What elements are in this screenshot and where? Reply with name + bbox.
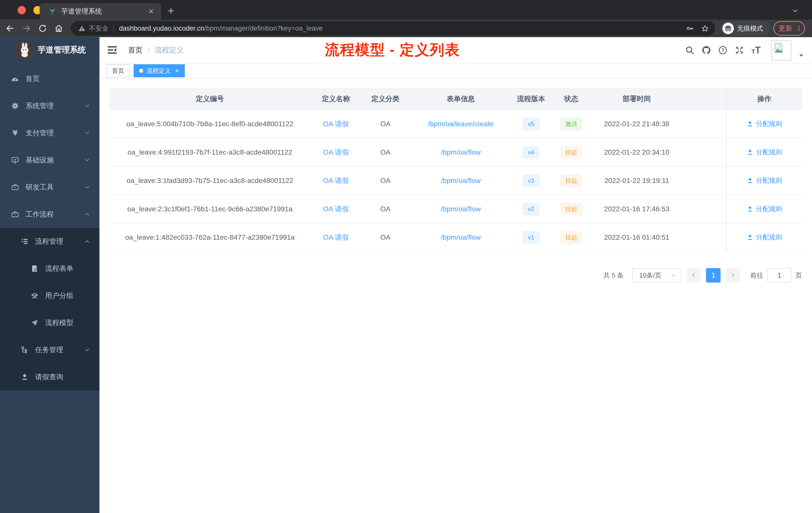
user-icon <box>747 149 754 156</box>
sidebar-item-支付管理[interactable]: ¥支付管理 <box>0 119 99 147</box>
back-icon[interactable] <box>5 24 14 33</box>
assign-rule-button[interactable]: 分配规则 <box>747 148 782 157</box>
cell-form-link[interactable]: /bpm/oa/flow <box>409 167 512 194</box>
tag-close-icon[interactable] <box>175 68 179 73</box>
current-page-button[interactable]: 1 <box>706 268 721 282</box>
sidebar-item-首页[interactable]: 首页 <box>0 65 99 92</box>
cell-form-link[interactable]: /bpm/oa/flow <box>409 138 512 166</box>
sidebar-logo-row[interactable]: 芋道管理系统 <box>0 37 99 65</box>
avatar[interactable] <box>771 40 791 60</box>
omnibox-divider <box>114 24 114 32</box>
tab-search-chevron-icon[interactable] <box>791 7 799 14</box>
table-body: oa_leave:5:004b710b-7b8a-11ec-8ef0-acde4… <box>110 110 802 252</box>
navbar-icons: ?TT <box>685 37 761 63</box>
cell-deploy-time: 2022-01-16 01:40:51 <box>592 223 726 251</box>
assign-rule-button[interactable]: 分配规则 <box>747 119 782 128</box>
status-badge: 挂起 <box>561 203 582 215</box>
user-icon <box>747 177 754 184</box>
browser-menu-icon[interactable] <box>796 25 802 32</box>
browser-tab[interactable]: 芋道管理系统 <box>40 3 161 20</box>
app-title: 芋道管理系统 <box>38 37 86 62</box>
assign-rule-button[interactable]: 分配规则 <box>747 176 782 185</box>
browser-toolbar: 不安全 dashboard.yudao.iocoder.cn /bpm/mana… <box>0 20 812 37</box>
cell-actions: 分配规则 <box>726 110 802 138</box>
form-icon <box>31 265 40 273</box>
tag-流程定义[interactable]: 流程定义 <box>134 64 185 77</box>
sidebar-item-基础设施[interactable]: 基础设施 <box>0 147 99 174</box>
tag-首页[interactable]: 首页 <box>107 64 129 77</box>
address-bar[interactable]: 不安全 dashboard.yudao.iocoder.cn /bpm/mana… <box>71 21 715 36</box>
pagination-total: 共 5 条 <box>603 271 624 280</box>
column-header-操作: 操作 <box>726 88 802 110</box>
sidebar-item-label: 用户分组 <box>45 291 73 300</box>
tab-close-icon[interactable] <box>148 8 154 14</box>
main-area: 首页 / 流程定义 ?TT 首页流程定义 定义编号定义名称定义分类表单信息流程版… <box>99 37 812 513</box>
version-badge: v3 <box>523 175 539 187</box>
forward-icon[interactable] <box>22 24 31 33</box>
password-key-icon[interactable] <box>686 24 694 32</box>
goto-page-input[interactable] <box>767 268 791 282</box>
sidebar-item-请假查询[interactable]: 请假查询 <box>0 363 99 391</box>
sidebar-item-流程模型[interactable]: 流程模型 <box>0 309 99 336</box>
sidebar-collapse-icon[interactable] <box>107 45 117 55</box>
reload-icon[interactable] <box>38 24 47 33</box>
github-icon[interactable] <box>701 46 711 55</box>
site-favicon <box>48 7 56 15</box>
security-label: 不安全 <box>89 24 109 33</box>
sidebar-item-系统管理[interactable]: 系统管理 <box>0 92 99 119</box>
sidebar-item-流程管理[interactable]: 流程管理 <box>0 228 99 255</box>
cell-definition-id: oa_leave:4:991f2193-7b7f-11ec-a3c8-acde4… <box>110 138 310 166</box>
sidebar-item-工作流程[interactable]: 工作流程 <box>0 201 99 228</box>
cell-version: v3 <box>512 167 550 194</box>
breadcrumb-separator: / <box>148 46 150 55</box>
cell-definition-name-link[interactable]: OA 请假 <box>310 110 361 138</box>
avatar-caret-down-icon[interactable] <box>799 53 804 58</box>
browser-chrome: 芋道管理系统 不安全 dashbo <box>0 0 812 37</box>
cell-form-link[interactable]: /bpm/oa/flow <box>409 195 512 223</box>
cell-version: v2 <box>512 195 550 223</box>
cell-definition-id: oa_leave:1:482ec033-762a-11ec-8477-a2380… <box>110 223 310 251</box>
table-row: oa_leave:4:991f2193-7b7f-11ec-a3c8-acde4… <box>110 138 802 167</box>
svg-text:¥: ¥ <box>12 129 18 137</box>
gear-icon <box>11 102 20 110</box>
outline-icon <box>21 237 30 245</box>
not-secure-icon <box>78 25 85 32</box>
cell-deploy-time: 2022-01-22 21:48:38 <box>592 110 726 138</box>
url-domain: dashboard.yudao.iocoder.cn <box>119 25 204 32</box>
cell-form-link[interactable]: /bpm/oa/leave/create <box>409 110 512 138</box>
cell-definition-id: oa_leave:3:1fad3d93-7b75-11ec-a3c8-acde4… <box>110 167 310 194</box>
macos-close-button[interactable] <box>18 6 26 14</box>
breadcrumb-home[interactable]: 首页 <box>128 45 143 55</box>
cell-version: v4 <box>512 138 550 166</box>
chevron-up-icon <box>84 211 90 218</box>
cell-form-link[interactable]: /bpm/oa/flow <box>409 223 512 251</box>
cell-definition-name-link[interactable]: OA 请假 <box>310 167 361 194</box>
cell-deploy-time: 2022-01-16 17:46:53 <box>592 195 726 223</box>
prev-page-button[interactable] <box>687 268 701 282</box>
home-icon[interactable] <box>54 24 63 33</box>
toolbox-icon <box>11 210 20 218</box>
cell-definition-name-link[interactable]: OA 请假 <box>310 223 361 251</box>
fontsize-icon[interactable]: TT <box>751 46 761 55</box>
table-header: 定义编号定义名称定义分类表单信息流程版本状态部署时间操作 <box>110 88 802 110</box>
next-page-button[interactable] <box>726 268 740 282</box>
tag-active-dot <box>139 69 143 73</box>
sidebar-item-label: 支付管理 <box>26 128 54 138</box>
page-size-select[interactable]: 10条/页 <box>632 268 682 282</box>
bookmark-star-icon[interactable] <box>701 24 709 32</box>
assign-rule-button[interactable]: 分配规则 <box>747 205 782 213</box>
fullscreen-icon[interactable] <box>735 46 744 55</box>
assign-rule-button[interactable]: 分配规则 <box>747 233 782 242</box>
new-tab-button[interactable] <box>167 6 175 15</box>
help-icon[interactable]: ? <box>718 46 728 55</box>
search-icon[interactable] <box>685 46 695 55</box>
cell-definition-name-link[interactable]: OA 请假 <box>310 195 361 223</box>
dashboard-icon <box>11 75 20 83</box>
browser-update-button[interactable]: 更新 <box>773 21 805 36</box>
sidebar-item-任务管理[interactable]: 任务管理 <box>0 336 99 363</box>
sidebar-item-用户分组[interactable]: 用户分组 <box>0 282 99 309</box>
cell-definition-name-link[interactable]: OA 请假 <box>310 138 361 166</box>
sidebar-item-流程表单[interactable]: 流程表单 <box>0 255 99 282</box>
svg-text:?: ? <box>721 48 724 53</box>
sidebar-item-研发工具[interactable]: 研发工具 <box>0 174 99 201</box>
